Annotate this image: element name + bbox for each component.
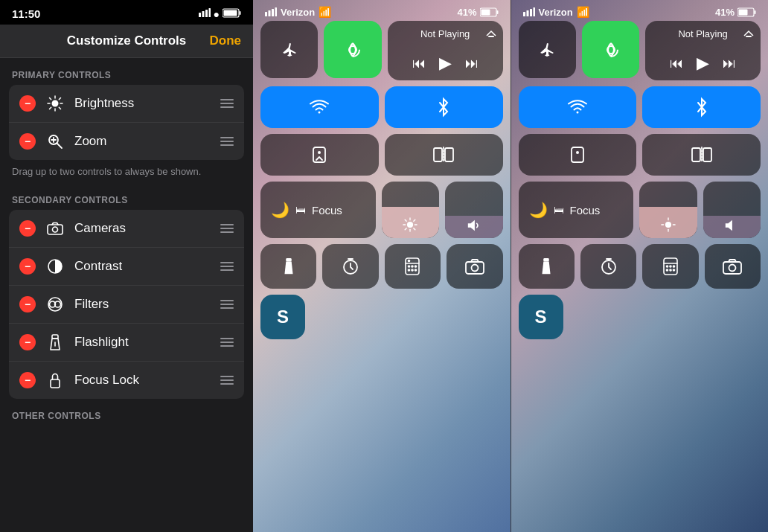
svg-rect-29 (265, 12, 267, 16)
cc1-next-icon[interactable]: ⏭ (465, 56, 479, 71)
cc1-brightness-slider[interactable] (382, 182, 439, 238)
brightness-label: Brightness (74, 96, 211, 111)
svg-point-93 (670, 266, 671, 267)
svg-rect-0 (199, 13, 201, 17)
cc1-orientation-btn[interactable] (260, 134, 379, 176)
remove-flashlight-button[interactable] (19, 334, 36, 350)
drag-handle[interactable] (220, 224, 234, 233)
svg-rect-73 (739, 9, 748, 15)
cc2-focus-btn[interactable]: 🌙 🛏 Focus (519, 182, 634, 238)
done-button[interactable]: Done (210, 33, 242, 48)
cc2-camera-btn[interactable] (705, 244, 761, 289)
cc2-timer-btn[interactable] (580, 244, 636, 289)
drag-handle[interactable] (220, 137, 234, 146)
svg-rect-53 (286, 258, 291, 262)
cc1-timer-btn[interactable] (322, 244, 378, 289)
cc2-not-playing: Not Playing (654, 28, 752, 39)
cc1-play-icon[interactable]: ▶ (439, 54, 452, 73)
flashlight-label: Flashlight (74, 335, 211, 350)
cc1-flashlight-btn[interactable] (260, 244, 316, 289)
list-item: Cameras (9, 210, 244, 248)
cc2-airplay-icon[interactable] (743, 27, 755, 42)
drag-handle[interactable] (220, 376, 234, 385)
drag-handle[interactable] (220, 99, 234, 108)
remove-brightness-button[interactable] (19, 95, 36, 112)
svg-point-95 (666, 269, 668, 271)
cc1-camera-btn[interactable] (447, 244, 502, 289)
cc2-calculator-btn[interactable] (642, 244, 698, 289)
cameras-icon (45, 218, 65, 239)
svg-point-97 (673, 269, 674, 271)
cc2-media-player: Not Playing ⏮ ▶ ⏭ (645, 21, 761, 80)
cc1-volume-slider[interactable] (445, 182, 502, 238)
cc1-shazam-btn[interactable]: S (260, 295, 305, 339)
svg-rect-80 (703, 148, 711, 161)
cc1-calculator-btn[interactable] (385, 244, 441, 289)
cc1-carrier: Verizon (281, 7, 315, 18)
drag-handle[interactable] (220, 338, 234, 347)
drag-handle[interactable] (220, 300, 234, 309)
svg-rect-41 (434, 148, 442, 161)
svg-line-49 (406, 219, 407, 221)
svg-rect-20 (48, 225, 63, 234)
cc1-bluetooth-btn[interactable] (385, 86, 503, 128)
svg-point-58 (409, 266, 410, 267)
cc2-bluetooth-btn[interactable] (642, 86, 761, 128)
svg-line-14 (59, 98, 60, 100)
cc1-focus-label: Focus (312, 204, 342, 217)
flashlight-icon (45, 332, 65, 353)
cc2-battery-pct: 41% (715, 7, 735, 18)
cc1-wifi-btn[interactable] (260, 86, 379, 128)
cc2-carrier: Verizon (539, 7, 573, 18)
svg-rect-87 (543, 258, 548, 262)
svg-point-92 (666, 266, 668, 267)
svg-line-12 (50, 98, 51, 100)
cc2-prev-icon[interactable]: ⏮ (670, 56, 683, 71)
cc1-not-playing: Not Playing (397, 28, 494, 39)
remove-zoom-button[interactable] (19, 133, 36, 150)
cc1-airplay-icon[interactable] (485, 27, 497, 42)
panel-header: Customize Controls Done (0, 25, 253, 58)
cc2-brightness-slider[interactable] (639, 182, 697, 238)
cc1-media-player: Not Playing ⏮ ▶ ⏭ (388, 21, 503, 80)
filters-label: Filters (74, 297, 211, 312)
cc2-wifi-icon: 📶 (577, 6, 589, 18)
brightness-icon (45, 93, 65, 114)
drag-handle[interactable] (220, 262, 234, 271)
remove-contrast-button[interactable] (19, 258, 36, 275)
svg-rect-42 (445, 148, 453, 161)
status-bar: 11:50 ● (0, 0, 253, 25)
cc1-cellular-btn[interactable] (324, 21, 381, 78)
svg-point-82 (665, 222, 671, 228)
customize-controls-panel: 11:50 ● Customize Controls (0, 0, 253, 532)
cc2-wifi-btn[interactable] (519, 86, 637, 128)
cc1-prev-icon[interactable]: ⏮ (412, 56, 426, 71)
svg-point-21 (53, 227, 58, 232)
list-item: Zoom (9, 123, 244, 160)
cc1-focus-btn[interactable]: 🌙 🛏 Focus (260, 182, 376, 238)
svg-rect-6 (224, 10, 237, 16)
svg-rect-72 (755, 10, 756, 14)
svg-line-51 (414, 219, 415, 221)
list-item: Brightness (9, 85, 244, 123)
remove-filters-button[interactable] (19, 296, 36, 313)
cc2-cellular-btn[interactable] (582, 21, 639, 78)
remove-cameras-button[interactable] (19, 220, 36, 237)
svg-rect-34 (496, 10, 498, 14)
drag-hint-text: Drag up to two controls to always be sho… (0, 160, 253, 183)
filters-icon (45, 294, 65, 315)
cc2-volume-slider[interactable] (703, 182, 761, 238)
cc2-shazam-btn[interactable]: S (519, 295, 563, 339)
cc1-mirror-btn[interactable] (385, 134, 503, 176)
svg-rect-67 (523, 12, 525, 16)
remove-focus-lock-button[interactable] (19, 372, 36, 388)
cc2-airplane-btn[interactable] (519, 21, 576, 78)
cc2-play-icon[interactable]: ▶ (697, 54, 709, 73)
cc2-orientation-btn[interactable] (519, 134, 637, 176)
cc1-airplane-btn[interactable] (260, 21, 318, 78)
svg-line-50 (414, 228, 415, 230)
status-icons: ● (199, 8, 241, 20)
cc2-flashlight-btn[interactable] (519, 244, 575, 289)
cc2-mirror-btn[interactable] (642, 134, 761, 176)
cc2-next-icon[interactable]: ⏭ (723, 56, 736, 71)
